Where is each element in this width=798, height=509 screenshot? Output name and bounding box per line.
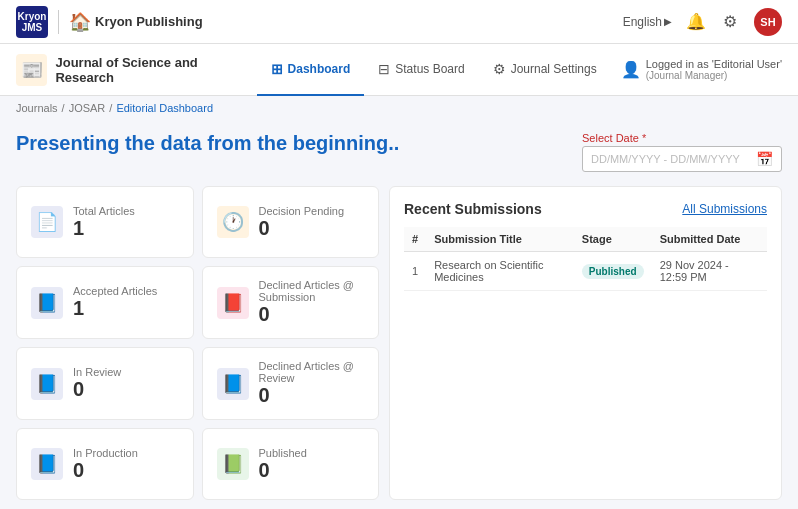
logged-in-label: Logged in as 'Editorial User' bbox=[646, 58, 782, 70]
stat-row: 📘 In Review 0 bbox=[31, 366, 179, 401]
stat-value: 1 bbox=[73, 297, 157, 320]
stats-grid: 📄 Total Articles 1 🕐 Decision Pending 0 bbox=[16, 186, 379, 500]
header-row: Presenting the data from the beginning..… bbox=[16, 132, 782, 172]
stat-label: Declined Articles @Review bbox=[259, 360, 355, 384]
top-nav-left: KryonJMS 🏠 Kryon Publishing bbox=[16, 6, 203, 38]
breadcrumb-sep1: / bbox=[62, 102, 65, 114]
nav-tabs: ⊞ Dashboard ⊟ Status Board ⚙ Journal Set… bbox=[257, 44, 611, 96]
language-selector[interactable]: English ▶ bbox=[623, 15, 672, 29]
table-head: # Submission Title Stage Submitted Date bbox=[404, 227, 767, 252]
settings-icon: ⚙ bbox=[493, 61, 506, 77]
stat-declined-submission: 📕 Declined Articles @Submission 0 bbox=[202, 266, 380, 339]
home-icon-wrap: 🏠 Kryon Publishing bbox=[69, 11, 203, 33]
stat-value: 0 bbox=[259, 303, 355, 326]
tab-journal-settings[interactable]: ⚙ Journal Settings bbox=[479, 44, 611, 96]
logo: KryonJMS bbox=[16, 6, 48, 38]
stat-in-review: 📘 In Review 0 bbox=[16, 347, 194, 420]
stat-accepted-articles: 📘 Accepted Articles 1 bbox=[16, 266, 194, 339]
stat-info: Accepted Articles 1 bbox=[73, 285, 157, 320]
second-navigation: 📰 Journal of Science and Research ⊞ Dash… bbox=[0, 44, 798, 96]
declined-submission-icon: 📕 bbox=[217, 287, 249, 319]
tab-journal-settings-label: Journal Settings bbox=[511, 62, 597, 76]
col-stage: Stage bbox=[574, 227, 652, 252]
tab-status-board-label: Status Board bbox=[395, 62, 464, 76]
bell-icon[interactable]: 🔔 bbox=[686, 12, 706, 32]
row-stage: Published bbox=[574, 252, 652, 291]
stat-row: 📗 Published 0 bbox=[217, 447, 365, 482]
stat-label: Declined Articles @Submission bbox=[259, 279, 355, 303]
stat-declined-review: 📘 Declined Articles @Review 0 bbox=[202, 347, 380, 420]
stat-row: 📄 Total Articles 1 bbox=[31, 205, 179, 240]
stat-value: 0 bbox=[259, 217, 345, 240]
total-articles-icon: 📄 bbox=[31, 206, 63, 238]
stat-total-articles: 📄 Total Articles 1 bbox=[16, 186, 194, 258]
published-icon: 📗 bbox=[217, 448, 249, 480]
stage-badge: Published bbox=[582, 264, 644, 279]
stat-row: 📘 In Production 0 bbox=[31, 447, 179, 482]
app-name: Kryon Publishing bbox=[95, 14, 203, 29]
required-star: * bbox=[639, 132, 646, 144]
main-content: Presenting the data from the beginning..… bbox=[0, 120, 798, 509]
stat-info: Total Articles 1 bbox=[73, 205, 135, 240]
in-production-icon: 📘 bbox=[31, 448, 63, 480]
row-num: 1 bbox=[404, 252, 426, 291]
in-review-icon: 📘 bbox=[31, 368, 63, 400]
avatar[interactable]: SH bbox=[754, 8, 782, 36]
journal-title-area: 📰 Journal of Science and Research bbox=[16, 54, 257, 86]
stats-area: 📄 Total Articles 1 🕐 Decision Pending 0 bbox=[16, 186, 782, 500]
stat-label: Published bbox=[259, 447, 307, 459]
stat-label: Decision Pending bbox=[259, 205, 345, 217]
stat-info: In Review 0 bbox=[73, 366, 121, 401]
col-title: Submission Title bbox=[426, 227, 574, 252]
logged-in-text: Logged in as 'Editorial User' (Journal M… bbox=[646, 58, 782, 81]
tab-dashboard[interactable]: ⊞ Dashboard bbox=[257, 44, 365, 96]
stat-label: In Review bbox=[73, 366, 121, 378]
top-navigation: KryonJMS 🏠 Kryon Publishing English ▶ 🔔 … bbox=[0, 0, 798, 44]
date-placeholder: DD/MM/YYYY - DD/MM/YYYY bbox=[591, 153, 740, 165]
stat-row: 📘 Accepted Articles 1 bbox=[31, 285, 179, 320]
rs-title: Recent Submissions bbox=[404, 201, 542, 217]
stat-info: Decision Pending 0 bbox=[259, 205, 345, 240]
chevron-icon: ▶ bbox=[664, 16, 672, 27]
row-date: 29 Nov 2024 - 12:59 PM bbox=[652, 252, 767, 291]
stat-decision-pending: 🕐 Decision Pending 0 bbox=[202, 186, 380, 258]
gear-icon[interactable]: ⚙ bbox=[720, 12, 740, 32]
stat-in-production: 📘 In Production 0 bbox=[16, 428, 194, 500]
stat-info: In Production 0 bbox=[73, 447, 138, 482]
date-label: Select Date * bbox=[582, 132, 782, 144]
tab-status-board[interactable]: ⊟ Status Board bbox=[364, 44, 478, 96]
decision-pending-icon: 🕐 bbox=[217, 206, 249, 238]
table-header-row: # Submission Title Stage Submitted Date bbox=[404, 227, 767, 252]
stat-value: 0 bbox=[259, 384, 355, 407]
stat-info: Declined Articles @Review 0 bbox=[259, 360, 355, 407]
stat-row: 📘 Declined Articles @Review 0 bbox=[217, 360, 365, 407]
breadcrumb: Journals / JOSAR / Editorial Dashboard bbox=[0, 96, 798, 120]
breadcrumb-journals[interactable]: Journals bbox=[16, 102, 58, 114]
stat-row: 📕 Declined Articles @Submission 0 bbox=[217, 279, 365, 326]
calendar-icon: 📅 bbox=[756, 151, 773, 167]
journal-icon: 📰 bbox=[16, 54, 47, 86]
accepted-articles-icon: 📘 bbox=[31, 287, 63, 319]
date-select-area: Select Date * DD/MM/YYYY - DD/MM/YYYY 📅 bbox=[582, 132, 782, 172]
breadcrumb-sep2: / bbox=[109, 102, 112, 114]
all-submissions-link[interactable]: All Submissions bbox=[682, 202, 767, 216]
stat-value: 0 bbox=[259, 459, 307, 482]
language-label: English bbox=[623, 15, 662, 29]
submissions-table: # Submission Title Stage Submitted Date … bbox=[404, 227, 767, 291]
row-title: Research on Scientific Medicines bbox=[426, 252, 574, 291]
top-nav-right: English ▶ 🔔 ⚙ SH bbox=[623, 8, 782, 36]
logo-icon: KryonJMS bbox=[16, 6, 48, 38]
user-icon: 👤 bbox=[621, 60, 641, 79]
recent-submissions-panel: Recent Submissions All Submissions # Sub… bbox=[389, 186, 782, 500]
home-icon: 🏠 bbox=[69, 11, 91, 33]
stat-label: Accepted Articles bbox=[73, 285, 157, 297]
date-input[interactable]: DD/MM/YYYY - DD/MM/YYYY 📅 bbox=[582, 146, 782, 172]
stat-info: Declined Articles @Submission 0 bbox=[259, 279, 355, 326]
table-body: 1 Research on Scientific Medicines Publi… bbox=[404, 252, 767, 291]
stat-row: 🕐 Decision Pending 0 bbox=[217, 205, 365, 240]
stat-value: 1 bbox=[73, 217, 135, 240]
journal-title: Journal of Science and Research bbox=[55, 55, 256, 85]
logo-text: KryonJMS bbox=[18, 11, 47, 33]
breadcrumb-josar[interactable]: JOSAR bbox=[69, 102, 106, 114]
stat-value: 0 bbox=[73, 378, 121, 401]
